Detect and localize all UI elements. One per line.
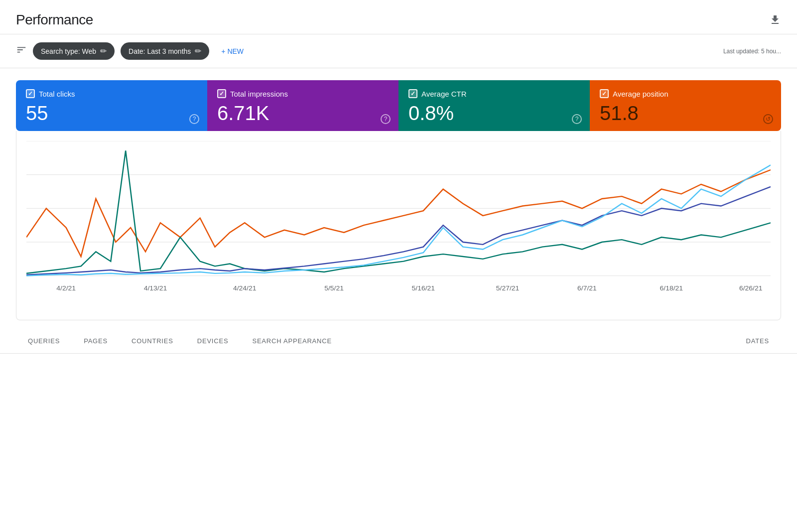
metric-checkbox-ctr[interactable] <box>408 89 417 98</box>
chart-container: 4/2/21 4/13/21 4/24/21 5/5/21 5/16/21 5/… <box>16 131 781 320</box>
svg-text:6/7/21: 6/7/21 <box>577 284 597 292</box>
metric-value-position: 51.8 <box>600 103 771 123</box>
tab-countries[interactable]: COUNTRIES <box>120 330 185 353</box>
new-button[interactable]: + NEW <box>215 43 250 59</box>
metric-help-clicks[interactable]: ? <box>189 114 199 124</box>
metric-label-clicks: Total clicks <box>39 90 75 98</box>
performance-chart: 4/2/21 4/13/21 4/24/21 5/5/21 5/16/21 5/… <box>26 141 771 300</box>
metric-checkbox-clicks[interactable] <box>26 89 35 98</box>
metric-checkbox-position[interactable] <box>600 89 609 98</box>
page-title: Performance <box>16 12 93 28</box>
svg-text:4/2/21: 4/2/21 <box>56 284 76 292</box>
search-type-chip[interactable]: Search type: Web ✏ <box>33 42 115 60</box>
page-wrapper: Performance Search type: Web ✏ Date: Las… <box>0 0 797 532</box>
metric-label-impressions: Total impressions <box>230 90 288 98</box>
metric-header-ctr: Average CTR <box>408 89 580 98</box>
metric-card-ctr[interactable]: Average CTR 0.8% ? <box>398 80 590 131</box>
metric-value-impressions: 6.71K <box>217 103 389 123</box>
tab-devices[interactable]: DEVICES <box>185 330 241 353</box>
bottom-tabs: QUERIES PAGES COUNTRIES DEVICES SEARCH A… <box>0 330 797 354</box>
tab-dates[interactable]: DATES <box>734 330 781 353</box>
metric-card-position[interactable]: Average position 51.8 ↺ <box>590 80 781 131</box>
metric-label-ctr: Average CTR <box>421 90 467 98</box>
metric-label-position: Average position <box>613 90 668 98</box>
header: Performance <box>0 0 797 34</box>
metric-help-impressions[interactable]: ? <box>381 114 391 124</box>
metric-help-ctr[interactable]: ? <box>572 114 582 124</box>
svg-text:6/26/21: 6/26/21 <box>739 284 763 292</box>
svg-text:5/27/21: 5/27/21 <box>496 284 520 292</box>
svg-text:4/13/21: 4/13/21 <box>144 284 167 292</box>
edit-search-type-icon: ✏ <box>100 46 107 56</box>
tab-search-appearance[interactable]: SEARCH APPEARANCE <box>240 330 344 353</box>
edit-date-icon: ✏ <box>195 46 201 56</box>
date-chip[interactable]: Date: Last 3 months ✏ <box>121 42 209 60</box>
download-icon[interactable] <box>769 14 781 26</box>
metric-help-position[interactable]: ↺ <box>763 114 773 124</box>
svg-text:5/16/21: 5/16/21 <box>412 284 435 292</box>
metric-checkbox-impressions[interactable] <box>217 89 226 98</box>
tab-queries[interactable]: QUERIES <box>16 330 72 353</box>
svg-text:4/24/21: 4/24/21 <box>233 284 257 292</box>
metric-value-clicks: 55 <box>26 103 197 123</box>
last-updated: Last updated: 5 hou... <box>723 48 781 55</box>
filter-icon[interactable] <box>16 44 27 58</box>
metric-header-impressions: Total impressions <box>217 89 389 98</box>
svg-text:5/5/21: 5/5/21 <box>324 284 344 292</box>
tab-pages[interactable]: PAGES <box>72 330 120 353</box>
metric-header-position: Average position <box>600 89 771 98</box>
toolbar: Search type: Web ✏ Date: Last 3 months ✏… <box>0 34 797 68</box>
metric-header-clicks: Total clicks <box>26 89 197 98</box>
metric-card-clicks[interactable]: Total clicks 55 ? <box>16 80 207 131</box>
metric-value-ctr: 0.8% <box>408 103 580 123</box>
metrics-row: Total clicks 55 ? Total impressions 6.71… <box>16 80 781 131</box>
svg-text:6/18/21: 6/18/21 <box>660 284 683 292</box>
metric-card-impressions[interactable]: Total impressions 6.71K ? <box>207 80 398 131</box>
